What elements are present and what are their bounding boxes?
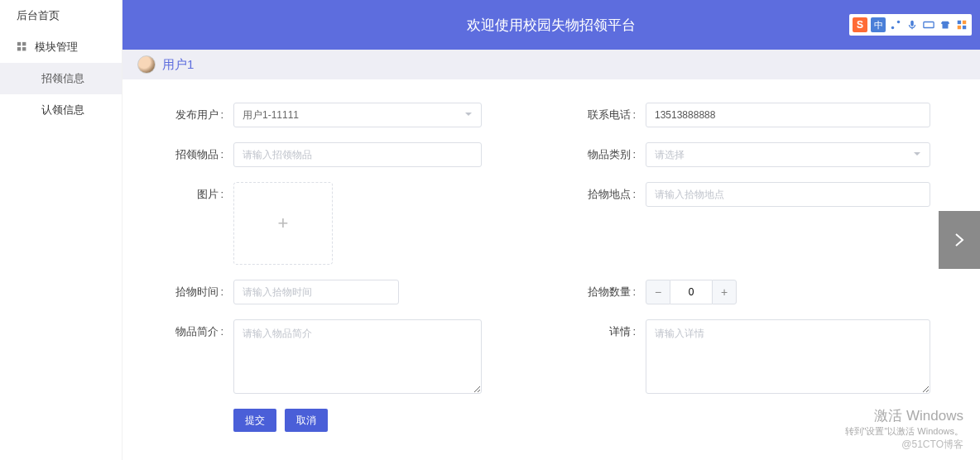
svg-rect-11 xyxy=(963,26,966,29)
item-label: 招领物品: xyxy=(172,142,223,162)
avatar[interactable] xyxy=(137,55,156,74)
page-title: 欢迎使用校园失物招领平台 xyxy=(467,16,636,35)
nav-found[interactable]: 招领信息 xyxy=(0,63,122,94)
intro-textarea[interactable] xyxy=(233,319,482,394)
category-select[interactable]: 请选择 xyxy=(646,142,930,167)
svg-rect-8 xyxy=(958,21,961,24)
nav-module-label: 模块管理 xyxy=(35,40,78,55)
phone-label: 联系电话: xyxy=(584,103,636,122)
quantity-label: 拾物数量: xyxy=(584,280,636,299)
svg-point-4 xyxy=(891,26,895,30)
image-upload[interactable]: + xyxy=(233,182,333,265)
time-input[interactable] xyxy=(233,280,399,304)
ime-tool-icon[interactable] xyxy=(955,18,968,31)
nav-home[interactable]: 后台首页 xyxy=(0,0,122,31)
userbar: 用户1 xyxy=(122,50,980,79)
publisher-label: 发布用户: xyxy=(172,103,223,122)
quantity-stepper: − + xyxy=(646,280,930,304)
submit-button[interactable]: 提交 xyxy=(233,409,276,432)
nav-claim[interactable]: 认领信息 xyxy=(0,94,122,126)
module-icon xyxy=(17,41,28,53)
ime-toolbar[interactable]: S 中 xyxy=(849,14,972,36)
form-actions: 提交 取消 xyxy=(233,409,930,432)
svg-rect-1 xyxy=(22,42,26,46)
detail-textarea[interactable] xyxy=(646,319,930,394)
ime-punct-icon[interactable] xyxy=(889,18,902,31)
svg-rect-3 xyxy=(22,47,26,50)
location-label: 拾物地点: xyxy=(584,182,636,202)
svg-rect-0 xyxy=(17,42,21,46)
sidebar: 后台首页 模块管理 招领信息 认领信息 xyxy=(0,0,122,460)
category-label: 物品类别: xyxy=(584,142,636,162)
chevron-down-icon xyxy=(464,109,473,121)
topbar: 欢迎使用校园失物招领平台 S 中 xyxy=(122,0,980,50)
publisher-select[interactable]: 用户1-11111 xyxy=(233,103,482,127)
intro-label: 物品简介: xyxy=(172,319,223,339)
svg-rect-7 xyxy=(924,22,934,28)
phone-input[interactable] xyxy=(646,103,930,127)
ime-mic-icon[interactable] xyxy=(906,18,919,31)
nav-module[interactable]: 模块管理 xyxy=(0,31,122,63)
quantity-plus-button[interactable]: + xyxy=(712,280,737,304)
svg-rect-6 xyxy=(910,21,914,26)
svg-rect-10 xyxy=(958,26,961,29)
svg-rect-9 xyxy=(963,21,966,24)
ime-logo-icon: S xyxy=(853,17,867,32)
quantity-input[interactable] xyxy=(670,280,712,304)
chevron-down-icon xyxy=(913,149,921,161)
nav-claim-label: 认领信息 xyxy=(41,103,84,117)
chevron-right-icon xyxy=(951,232,968,248)
main: 欢迎使用校园失物招领平台 S 中 用户1 发布用户: xyxy=(122,0,980,460)
detail-label: 详情: xyxy=(584,319,636,339)
ime-lang-icon[interactable]: 中 xyxy=(871,17,886,32)
ime-keyboard-icon[interactable] xyxy=(922,18,935,31)
svg-rect-2 xyxy=(17,47,21,50)
side-next-button[interactable] xyxy=(939,211,980,269)
username: 用户1 xyxy=(162,57,194,73)
location-input[interactable] xyxy=(646,182,930,207)
item-input[interactable] xyxy=(233,142,482,167)
ime-skin-icon[interactable] xyxy=(939,18,952,31)
quantity-minus-button[interactable]: − xyxy=(646,280,670,304)
nav-found-label: 招领信息 xyxy=(41,71,84,86)
nav-home-label: 后台首页 xyxy=(17,8,60,23)
cancel-button[interactable]: 取消 xyxy=(285,409,328,432)
form-content: 发布用户: 用户1-11111 联系电话: 招领物品: xyxy=(122,79,980,460)
svg-point-5 xyxy=(897,21,901,24)
time-label: 拾物时间: xyxy=(172,280,223,299)
plus-icon: + xyxy=(278,213,289,234)
image-label: 图片: xyxy=(172,182,223,202)
